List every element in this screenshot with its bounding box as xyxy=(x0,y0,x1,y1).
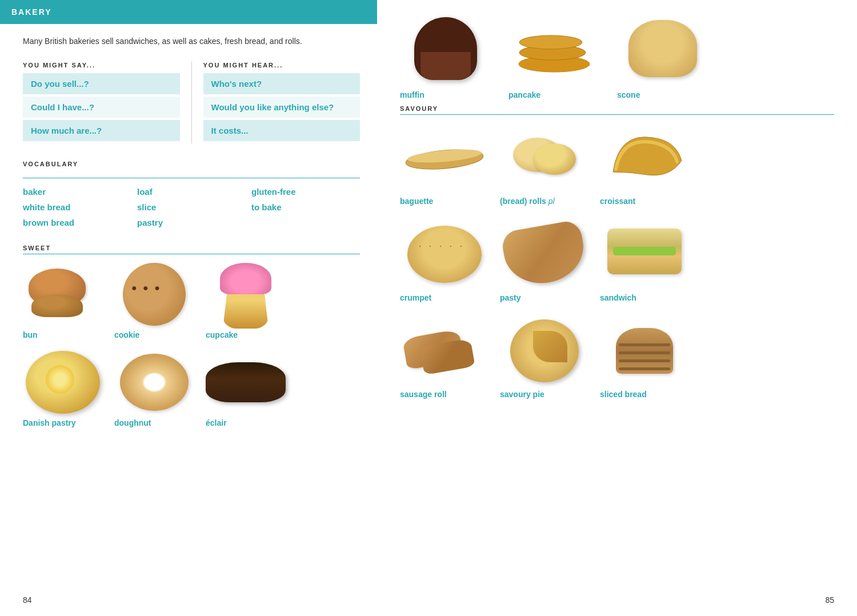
savoury-pie-label: savoury pie xyxy=(500,390,544,399)
sandwich-image xyxy=(600,220,688,289)
scone-label: scone xyxy=(617,90,640,99)
crumpet-image xyxy=(400,220,488,289)
food-crumpet: crumpet xyxy=(400,220,488,302)
sandwich-illustration xyxy=(604,223,684,286)
phrases-section: YOU MIGHT SAY... Do you sell...? Could I… xyxy=(23,62,360,143)
sliced-bread-image xyxy=(600,317,688,385)
vocab-to-bake: to bake xyxy=(251,199,360,215)
say-column: YOU MIGHT SAY... Do you sell...? Could I… xyxy=(23,62,180,143)
rolls-image xyxy=(500,123,588,192)
savoury-pie-image xyxy=(500,317,588,385)
bun-image xyxy=(23,263,103,326)
food-sandwich: sandwich xyxy=(600,220,688,302)
baguette-illustration xyxy=(402,143,487,172)
food-cupcake: cupcake xyxy=(206,263,286,339)
crumpet-label: crumpet xyxy=(400,293,431,302)
sausage-roll-label: sausage roll xyxy=(400,390,447,399)
scone-illustration xyxy=(628,20,697,77)
hear-phrase-1[interactable]: Who's next? xyxy=(203,73,361,94)
vocab-gluten-free: gluten-free xyxy=(251,184,360,199)
left-content: Many British bakeries sell sandwiches, a… xyxy=(0,24,377,450)
sliced-bread-illustration xyxy=(607,322,682,379)
savoury-label: SAVOURY xyxy=(400,105,834,115)
eclair-image xyxy=(206,351,286,414)
food-scone: scone xyxy=(617,11,708,99)
header-title: BAKERY xyxy=(11,7,52,17)
top-sweet-items: muffin pancake scone xyxy=(400,11,834,99)
bun-illustration xyxy=(29,269,97,320)
savoury-row-3: sausage roll savoury pie sliced bread xyxy=(400,317,834,399)
danish-label: Danish pastry xyxy=(23,418,76,427)
baguette-image xyxy=(400,123,488,192)
page-number-right: 85 xyxy=(825,595,834,605)
cupcake-label: cupcake xyxy=(206,330,238,339)
vocab-label: VOCABULARY xyxy=(23,161,360,171)
rolls-pl: pl xyxy=(548,197,555,206)
cupcake-illustration xyxy=(214,260,277,329)
header-bar: BAKERY xyxy=(0,0,377,24)
pancake-label: pancake xyxy=(508,90,540,99)
sausage-roll-illustration xyxy=(405,325,484,377)
page-number-left: 84 xyxy=(23,595,32,605)
food-cookie: cookie xyxy=(114,263,194,339)
say-phrase-1[interactable]: Do you sell...? xyxy=(23,73,180,94)
vocab-white-bread: white bread xyxy=(23,199,131,215)
food-rolls: (bread) rolls pl xyxy=(500,123,588,206)
food-sausage-roll: sausage roll xyxy=(400,317,488,399)
sausage-roll-image xyxy=(400,317,488,385)
vocab-col-1: baker white bread brown bread xyxy=(23,184,131,230)
croissant-label: croissant xyxy=(600,197,635,206)
cookie-illustration xyxy=(123,263,186,326)
eclair-illustration xyxy=(206,362,286,402)
pancake-image xyxy=(508,11,600,86)
phrases-divider xyxy=(191,62,192,143)
sweet-row-2: Danish pastry doughnut éclair xyxy=(23,351,360,427)
food-muffin: muffin xyxy=(400,11,491,99)
danish-image xyxy=(23,351,103,414)
vocab-loaf: loaf xyxy=(137,184,246,199)
vocab-brown-bread: brown bread xyxy=(23,215,131,230)
cookie-label: cookie xyxy=(114,330,139,339)
hear-phrase-3[interactable]: It costs... xyxy=(203,120,361,141)
say-phrase-3[interactable]: How much are...? xyxy=(23,120,180,141)
food-pasty: pasty xyxy=(500,220,588,302)
food-baguette: baguette xyxy=(400,123,488,206)
croissant-image xyxy=(600,123,688,192)
intro-text: Many British bakeries sell sandwiches, a… xyxy=(23,35,360,47)
doughnut-label: doughnut xyxy=(114,418,151,427)
cookie-image xyxy=(114,263,194,326)
eclair-label: éclair xyxy=(206,418,227,427)
doughnut-illustration xyxy=(120,354,189,411)
baguette-label: baguette xyxy=(400,197,433,206)
vocab-baker: baker xyxy=(23,184,131,199)
rolls-illustration xyxy=(510,132,579,183)
food-bun: bun xyxy=(23,263,103,339)
pasty-illustration xyxy=(500,219,588,290)
rolls-label: (bread) rolls pl xyxy=(500,197,555,206)
sweet-section: SWEET bun cookie xyxy=(23,245,360,427)
doughnut-image xyxy=(114,351,194,414)
left-page: BAKERY Many British bakeries sell sandwi… xyxy=(0,0,377,616)
sliced-bread-label: sliced bread xyxy=(600,390,647,399)
vocabulary-section: VOCABULARY baker white bread brown bread… xyxy=(23,161,360,230)
hear-phrase-2[interactable]: Would you like anything else? xyxy=(203,97,361,118)
scone-image xyxy=(617,11,708,86)
muffin-illustration xyxy=(414,17,477,80)
savoury-row-1: baguette (bread) rolls pl croissant xyxy=(400,123,834,206)
bun-label: bun xyxy=(23,330,38,339)
sweet-row-1: bun cookie cupcake xyxy=(23,263,360,339)
muffin-image xyxy=(400,11,491,86)
vocab-grid: baker white bread brown bread loaf slice… xyxy=(23,184,360,230)
pasty-image xyxy=(500,220,588,289)
savoury-pie-illustration xyxy=(510,319,579,382)
vocab-pastry: pastry xyxy=(137,215,246,230)
say-header: YOU MIGHT SAY... xyxy=(23,62,180,69)
vocab-slice: slice xyxy=(137,199,246,215)
food-croissant: croissant xyxy=(600,123,688,206)
hear-header: YOU MIGHT HEAR... xyxy=(203,62,361,69)
food-savoury-pie: savoury pie xyxy=(500,317,588,399)
food-sliced-bread: sliced bread xyxy=(600,317,688,399)
cupcake-image xyxy=(206,263,286,326)
say-phrase-2[interactable]: Could I have...? xyxy=(23,97,180,118)
food-pancake: pancake xyxy=(508,11,600,99)
